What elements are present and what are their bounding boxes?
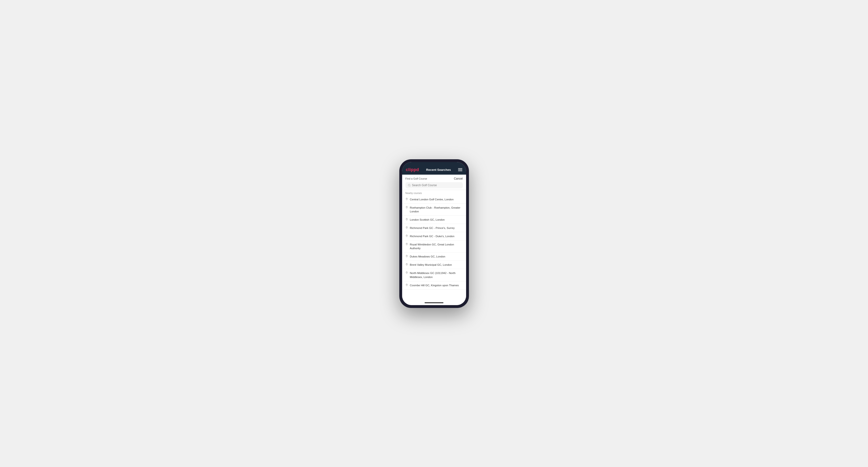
location-icon bbox=[405, 263, 408, 266]
search-section: Find a Golf Course Cancel bbox=[402, 175, 466, 190]
course-name: Roehampton Club - Roehampton, Greater Lo… bbox=[410, 206, 463, 213]
course-name: Coombe Hill GC, Kingston upon Thames bbox=[410, 283, 459, 287]
course-name: North Middlesex GC (1011942 - North Midd… bbox=[410, 271, 463, 279]
course-name: Royal Wimbledon GC, Great London Authori… bbox=[410, 243, 463, 250]
list-item[interactable]: Coombe Hill GC, Kingston upon Thames bbox=[402, 281, 466, 289]
phone-frame: clippd Recent Searches Find a Golf Cours… bbox=[399, 159, 469, 308]
list-item[interactable]: Richmond Park GC - Duke's, London bbox=[402, 232, 466, 241]
svg-point-4 bbox=[406, 219, 407, 219]
svg-point-8 bbox=[406, 255, 407, 256]
location-icon bbox=[405, 218, 408, 221]
search-input[interactable] bbox=[412, 184, 460, 187]
list-item[interactable]: Dukes Meadows GC, London bbox=[402, 252, 466, 261]
svg-point-9 bbox=[406, 264, 407, 264]
list-item[interactable]: Brent Valley Municipal GC, London bbox=[402, 261, 466, 269]
nav-bar: clippd Recent Searches bbox=[402, 165, 466, 175]
list-item[interactable]: London Scottish GC, London bbox=[402, 216, 466, 224]
home-indicator bbox=[402, 301, 466, 305]
course-name: Brent Valley Municipal GC, London bbox=[410, 263, 452, 267]
svg-point-2 bbox=[406, 198, 407, 199]
course-name: Dukes Meadows GC, London bbox=[410, 255, 445, 258]
location-icon bbox=[405, 243, 408, 246]
list-item[interactable]: North Middlesex GC (1011942 - North Midd… bbox=[402, 269, 466, 281]
phone-screen: clippd Recent Searches Find a Golf Cours… bbox=[402, 162, 466, 305]
location-icon bbox=[405, 271, 408, 275]
svg-point-6 bbox=[406, 235, 407, 236]
find-label: Find a Golf Course bbox=[405, 177, 427, 180]
location-icon bbox=[405, 284, 408, 287]
location-icon bbox=[405, 226, 408, 229]
svg-point-11 bbox=[406, 284, 407, 285]
list-item[interactable]: Roehampton Club - Roehampton, Greater Lo… bbox=[402, 204, 466, 216]
course-name: London Scottish GC, London bbox=[410, 218, 445, 222]
app-logo: clippd bbox=[406, 167, 419, 172]
cancel-button[interactable]: Cancel bbox=[454, 177, 463, 180]
svg-point-7 bbox=[406, 244, 407, 244]
svg-point-5 bbox=[406, 227, 407, 227]
location-icon bbox=[405, 255, 408, 258]
svg-point-10 bbox=[406, 272, 407, 273]
list-item[interactable]: Richmond Park GC - Prince's, Surrey bbox=[402, 224, 466, 232]
search-header: Find a Golf Course Cancel bbox=[405, 177, 463, 180]
search-icon bbox=[408, 184, 411, 187]
status-bar bbox=[402, 162, 466, 165]
list-item[interactable]: Central London Golf Centre, London bbox=[402, 195, 466, 204]
location-icon bbox=[405, 206, 408, 209]
nearby-section-label: Nearby courses bbox=[402, 190, 466, 195]
nav-title: Recent Searches bbox=[426, 168, 451, 172]
svg-point-3 bbox=[406, 207, 407, 207]
location-icon bbox=[405, 235, 408, 238]
course-name: Richmond Park GC - Prince's, Surrey bbox=[410, 226, 455, 230]
course-name: Richmond Park GC - Duke's, London bbox=[410, 234, 455, 238]
course-name: Central London Golf Centre, London bbox=[410, 197, 454, 201]
location-icon bbox=[405, 198, 408, 201]
svg-line-1 bbox=[410, 186, 410, 186]
search-input-wrapper bbox=[405, 182, 463, 188]
list-item[interactable]: Royal Wimbledon GC, Great London Authori… bbox=[402, 241, 466, 252]
menu-icon[interactable] bbox=[458, 168, 462, 171]
courses-list: Nearby courses Central London Golf Centr… bbox=[402, 190, 466, 301]
home-bar bbox=[425, 302, 443, 303]
